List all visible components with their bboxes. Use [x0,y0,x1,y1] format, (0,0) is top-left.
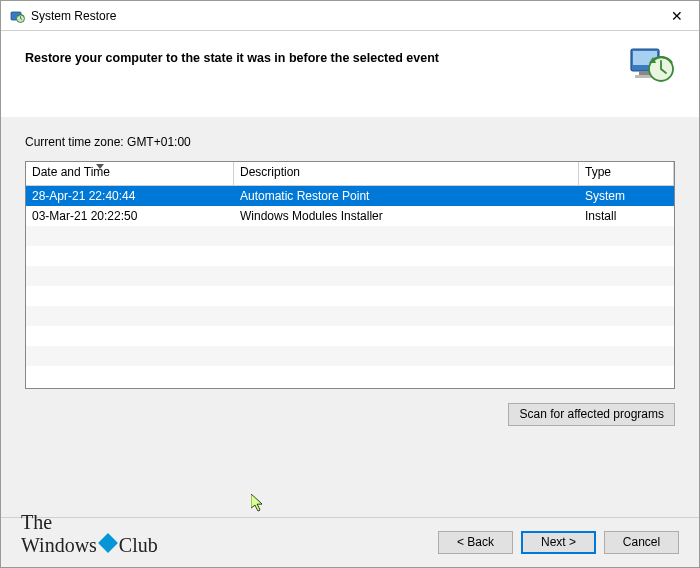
cursor-icon [251,494,267,517]
column-date[interactable]: Date and Time [26,162,234,185]
restore-illustration-icon [627,39,675,87]
restore-icon [9,8,25,24]
header-text: Restore your computer to the state it wa… [25,51,675,65]
watermark-line1: The [21,511,158,534]
empty-row [26,366,674,386]
watermark-line2: WindowsClub [21,534,158,557]
scan-affected-button[interactable]: Scan for affected programs [508,403,675,426]
next-button[interactable]: Next > [521,531,596,554]
table-row[interactable]: 03-Mar-21 20:22:50 Windows Modules Insta… [26,206,674,226]
cell-date: 28-Apr-21 22:40:44 [26,186,234,206]
restore-points-table[interactable]: Date and Time Description Type 28-Apr-21… [25,161,675,389]
table-body: 28-Apr-21 22:40:44 Automatic Restore Poi… [26,186,674,386]
empty-row [26,326,674,346]
cell-type: System [579,186,674,206]
watermark: The WindowsClub [21,511,158,557]
empty-row [26,246,674,266]
cell-desc: Automatic Restore Point [234,186,579,206]
cancel-button[interactable]: Cancel [604,531,679,554]
system-restore-window: System Restore ✕ Restore your computer t… [0,0,700,568]
empty-row [26,306,674,326]
table-header: Date and Time Description Type [26,162,674,186]
empty-row [26,266,674,286]
column-type[interactable]: Type [579,162,674,185]
content-area: Current time zone: GMT+01:00 Date and Ti… [1,117,699,426]
close-button[interactable]: ✕ [654,1,699,31]
cell-type: Install [579,206,674,226]
timezone-label: Current time zone: GMT+01:00 [25,135,675,149]
back-button[interactable]: < Back [438,531,513,554]
column-description[interactable]: Description [234,162,579,185]
header-area: Restore your computer to the state it wa… [1,31,699,117]
empty-row [26,226,674,246]
empty-row [26,346,674,366]
watermark-square-icon [98,533,118,553]
scan-row: Scan for affected programs [25,403,675,426]
empty-row [26,286,674,306]
table-row[interactable]: 28-Apr-21 22:40:44 Automatic Restore Poi… [26,186,674,206]
titlebar: System Restore ✕ [1,1,699,31]
window-title: System Restore [31,9,654,23]
cell-desc: Windows Modules Installer [234,206,579,226]
cell-date: 03-Mar-21 20:22:50 [26,206,234,226]
